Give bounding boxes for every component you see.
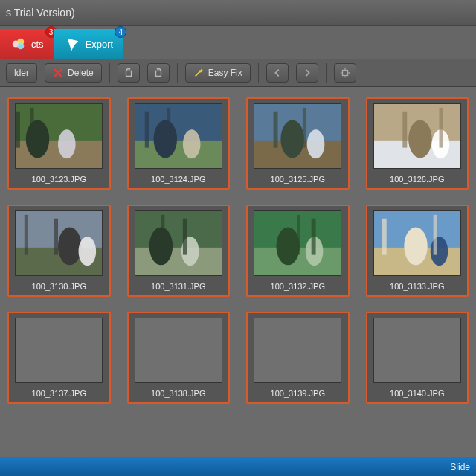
thumbnail-image xyxy=(254,318,341,383)
thumbnail-image xyxy=(254,210,341,276)
thumbnail[interactable]: 100_3137.JPG xyxy=(7,312,111,404)
svg-point-21 xyxy=(307,129,325,158)
thumbnail-caption: 100_3137.JPG xyxy=(32,389,86,398)
chevron-left-icon xyxy=(272,68,283,78)
window-title: s Trial Version) xyxy=(6,7,75,19)
toolbar-separator xyxy=(109,63,110,83)
svg-point-44 xyxy=(277,228,300,266)
fullscreen-icon xyxy=(340,68,350,78)
delete-icon xyxy=(53,68,63,78)
thumbnail-image xyxy=(373,318,461,383)
status-right-label[interactable]: Slide xyxy=(450,462,470,472)
toolbar: lder Delete Easy Fix xyxy=(0,59,476,87)
svg-point-20 xyxy=(281,120,304,158)
tab-effects[interactable]: cts 3 xyxy=(0,29,54,59)
thumbnail-image xyxy=(373,210,461,276)
svg-rect-16 xyxy=(145,112,149,148)
fullscreen-button[interactable] xyxy=(334,63,356,83)
thumbnail-caption: 100_3139.JPG xyxy=(271,389,325,398)
svg-point-8 xyxy=(26,120,49,158)
svg-point-50 xyxy=(404,228,427,266)
toolbar-separator xyxy=(326,63,327,83)
thumbnail-image xyxy=(135,103,222,169)
svg-rect-41 xyxy=(161,215,164,255)
svg-rect-10 xyxy=(16,112,20,148)
svg-point-2 xyxy=(17,42,24,49)
tab-export-badge: 4 xyxy=(115,26,126,38)
status-bar: Slide xyxy=(0,457,476,476)
thumbnail-image xyxy=(373,103,461,169)
thumbnail-caption: 100_3126.JPG xyxy=(390,175,444,184)
svg-point-14 xyxy=(153,120,176,158)
next-button[interactable] xyxy=(296,63,318,83)
thumbnail[interactable]: 100_3131.JPG xyxy=(127,205,231,297)
svg-rect-5 xyxy=(342,70,347,75)
delete-button[interactable]: Delete xyxy=(45,63,102,83)
thumbnail[interactable]: 100_3138.JPG xyxy=(127,312,231,404)
svg-rect-28 xyxy=(402,112,407,148)
svg-point-9 xyxy=(58,129,76,158)
thumbnail-image xyxy=(135,318,222,383)
svg-rect-53 xyxy=(433,215,437,255)
svg-rect-47 xyxy=(297,215,300,255)
rotate-right-button[interactable] xyxy=(147,63,170,83)
svg-rect-22 xyxy=(274,112,278,148)
tab-export-label: Export xyxy=(86,39,114,50)
svg-rect-34 xyxy=(54,219,58,255)
svg-rect-52 xyxy=(382,219,387,255)
svg-rect-46 xyxy=(312,219,316,255)
thumbnail[interactable]: 100_3124.JPG xyxy=(127,97,231,190)
thumbnail-caption: 100_3131.JPG xyxy=(151,282,205,291)
svg-rect-17 xyxy=(167,108,170,148)
folder-button[interactable]: lder xyxy=(6,63,37,83)
svg-rect-11 xyxy=(30,108,34,148)
thumbnail[interactable]: 100_3126.JPG xyxy=(366,97,469,190)
thumbnail-image xyxy=(254,103,341,169)
rotate-left-button[interactable] xyxy=(118,63,140,83)
tab-effects-label: cts xyxy=(31,39,44,50)
effects-icon xyxy=(10,36,27,52)
thumbnail-caption: 100_3124.JPG xyxy=(151,175,205,184)
thumbnail[interactable]: 100_3123.JPG xyxy=(7,97,111,190)
rotate-right-icon xyxy=(153,68,164,78)
toolbar-separator xyxy=(177,63,178,83)
tab-export[interactable]: Export 4 xyxy=(54,29,124,59)
prev-button[interactable] xyxy=(266,63,289,83)
thumbnail[interactable]: 100_3132.JPG xyxy=(246,205,350,297)
wand-icon xyxy=(193,68,204,78)
svg-rect-29 xyxy=(439,108,443,148)
window-titlebar: s Trial Version) xyxy=(0,0,476,26)
thumbnail-image xyxy=(135,210,222,276)
thumbnail[interactable]: 100_3139.JPG xyxy=(246,312,350,404)
thumbnail[interactable]: 100_3130.JPG xyxy=(7,205,111,297)
svg-rect-23 xyxy=(303,108,306,148)
thumbnail-caption: 100_3133.JPG xyxy=(390,282,444,291)
svg-point-26 xyxy=(408,120,431,158)
svg-point-51 xyxy=(430,237,448,266)
thumbnail-caption: 100_3123.JPG xyxy=(32,175,86,184)
chevron-right-icon xyxy=(302,68,312,78)
thumbnail[interactable]: 100_3133.JPG xyxy=(366,205,469,297)
thumbnail-caption: 100_3138.JPG xyxy=(151,389,205,398)
svg-point-32 xyxy=(58,228,81,266)
thumbnail-grid: 100_3123.JPG 100_3124.JPG 100_3125.JPG 1… xyxy=(7,97,469,404)
svg-point-38 xyxy=(149,228,172,266)
svg-point-15 xyxy=(183,129,201,158)
thumbnail-image xyxy=(15,103,103,169)
thumbnail-caption: 100_3140.JPG xyxy=(390,389,444,398)
rotate-left-icon xyxy=(123,68,134,78)
export-icon xyxy=(65,36,81,52)
thumbnail-caption: 100_3132.JPG xyxy=(271,282,325,291)
easy-fix-button[interactable]: Easy Fix xyxy=(185,63,251,83)
svg-rect-4 xyxy=(155,71,161,76)
thumbnail-image xyxy=(15,318,103,383)
thumbnail[interactable]: 100_3125.JPG xyxy=(246,97,350,190)
thumbnail-caption: 100_3125.JPG xyxy=(271,175,325,184)
svg-rect-37 xyxy=(135,248,222,275)
svg-rect-35 xyxy=(25,215,28,255)
thumbnail-image xyxy=(15,210,103,276)
svg-rect-40 xyxy=(183,219,187,255)
thumbnail[interactable]: 100_3140.JPG xyxy=(366,312,469,404)
svg-point-33 xyxy=(79,237,97,266)
toolbar-separator xyxy=(258,63,259,83)
